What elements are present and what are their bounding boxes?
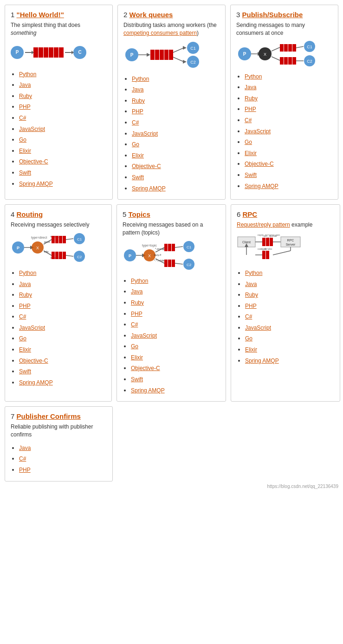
link-csharp[interactable]: C# (19, 115, 26, 121)
svg-rect-6 (160, 50, 164, 60)
link-swift[interactable]: Swift (19, 368, 31, 375)
links-publisher-confirms: Java C# PHP (11, 442, 107, 475)
link-swift[interactable]: Swift (131, 376, 143, 383)
link-hello-world[interactable]: "Hello World!" (17, 11, 64, 19)
link-php[interactable]: PHP (19, 467, 31, 473)
diag6-svg: Client reply_to=amq.gen rpc_queue RPC Se… (237, 233, 334, 262)
svg-text:type=topic: type=topic (142, 244, 157, 247)
link-swift[interactable]: Swift (245, 172, 257, 178)
link-work-queues[interactable]: Work queues (129, 11, 173, 19)
svg-rect-75 (164, 244, 168, 251)
link-go[interactable]: Go (131, 343, 138, 350)
link-python[interactable]: Python (19, 71, 36, 78)
link-java[interactable]: Java (19, 281, 31, 287)
link-csharp[interactable]: C# (245, 117, 252, 124)
link-ruby[interactable]: Ruby (131, 299, 144, 306)
link-ruby[interactable]: Ruby (19, 93, 32, 99)
svg-rect-26 (288, 44, 292, 52)
link-php[interactable]: PHP (131, 311, 142, 317)
link-go[interactable]: Go (19, 137, 26, 143)
link-csharp[interactable]: C# (131, 321, 138, 328)
list-item: Python (131, 275, 220, 286)
link-php[interactable]: PHP (245, 106, 256, 112)
link-csharp[interactable]: C# (245, 313, 252, 320)
svg-rect-24 (280, 44, 284, 52)
list-item: JavaScript (245, 322, 334, 333)
link-csharp[interactable]: C# (19, 455, 26, 462)
link-routing[interactable]: Routing (17, 210, 43, 218)
link-spring[interactable]: Spring AMQP (132, 185, 166, 192)
link-objc[interactable]: Objective-C (19, 358, 48, 364)
link-python[interactable]: Python (131, 278, 148, 284)
link-js[interactable]: JavaScript (131, 332, 157, 339)
list-item: Objective-C (19, 355, 106, 366)
link-java[interactable]: Java (19, 445, 31, 451)
links-topics: Python Java Ruby PHP C# JavaScript Go El… (123, 275, 220, 396)
list-item: Objective-C (19, 156, 107, 167)
link-objc[interactable]: Objective-C (19, 158, 48, 165)
link-spring[interactable]: Spring AMQP (131, 387, 165, 394)
link-ruby[interactable]: Ruby (245, 292, 258, 298)
link-csharp[interactable]: C# (19, 313, 26, 320)
link-elixir[interactable]: Elixir (245, 150, 257, 156)
list-item: Elixir (19, 145, 107, 156)
link-php[interactable]: PHP (132, 108, 143, 115)
link-go[interactable]: Go (245, 335, 252, 342)
link-topics[interactable]: Topics (129, 210, 150, 218)
svg-rect-83 (164, 260, 168, 267)
link-ruby[interactable]: Ruby (132, 98, 145, 104)
list-item: C# (132, 117, 220, 128)
svg-marker-12 (183, 60, 187, 64)
link-spring[interactable]: Spring AMQP (245, 183, 278, 189)
link-spring[interactable]: Spring AMQP (19, 181, 53, 187)
link-csharp[interactable]: C# (132, 119, 139, 126)
top-row: 1 "Hello World!" The simplest thing that… (5, 5, 338, 200)
link-python[interactable]: Python (245, 73, 262, 80)
svg-text:X: X (264, 52, 266, 57)
svg-text:rpc_queue: rpc_queue (264, 234, 277, 237)
link-elixir[interactable]: Elixir (132, 152, 144, 159)
link-ruby[interactable]: Ruby (245, 95, 258, 102)
link-php[interactable]: PHP (19, 104, 31, 110)
link-go[interactable]: Go (245, 139, 252, 145)
link-publisher-confirms[interactable]: Publisher Confirms (17, 412, 81, 420)
link-ruby[interactable]: Ruby (19, 292, 32, 298)
link-js[interactable]: JavaScript (19, 126, 45, 132)
link-php[interactable]: PHP (245, 303, 257, 309)
link-js[interactable]: JavaScript (19, 325, 45, 331)
link-pubsub[interactable]: Publish/Subscribe (242, 11, 303, 19)
link-request-reply[interactable]: Request/reply pattern (237, 221, 290, 228)
link-java[interactable]: Java (131, 288, 142, 295)
link-rpc[interactable]: RPC (243, 210, 258, 218)
link-elixir[interactable]: Elixir (19, 148, 31, 154)
link-js[interactable]: JavaScript (245, 128, 271, 135)
link-competing-consumers[interactable]: competing consumers pattern (123, 30, 197, 36)
link-python[interactable]: Python (245, 270, 262, 276)
link-python[interactable]: Python (132, 76, 149, 82)
card-rpc: 6 RPC Request/reply pattern example Clie… (231, 204, 340, 402)
link-php[interactable]: PHP (19, 303, 31, 309)
link-swift[interactable]: Swift (132, 174, 144, 181)
link-elixir[interactable]: Elixir (19, 346, 31, 353)
link-spring[interactable]: Spring AMQP (19, 379, 53, 386)
svg-rect-33 (284, 57, 288, 65)
link-objc[interactable]: Objective-C (132, 163, 161, 169)
link-elixir[interactable]: Elixir (131, 354, 143, 361)
link-elixir[interactable]: Elixir (245, 346, 257, 353)
link-java[interactable]: Java (245, 281, 257, 287)
link-java[interactable]: Java (19, 82, 31, 88)
link-java[interactable]: Java (132, 86, 143, 93)
link-objc[interactable]: Objective-C (245, 161, 274, 167)
link-java[interactable]: Java (245, 84, 256, 91)
list-item: PHP (245, 300, 334, 312)
svg-text:type=direct: type=direct (31, 236, 47, 240)
link-go[interactable]: Go (132, 141, 139, 148)
link-js[interactable]: JavaScript (245, 325, 271, 331)
link-js[interactable]: JavaScript (132, 130, 158, 137)
link-objc[interactable]: Objective-C (131, 365, 160, 371)
link-spring[interactable]: Spring AMQP (245, 358, 279, 364)
svg-rect-35 (292, 57, 296, 65)
link-go[interactable]: Go (19, 335, 26, 342)
link-python[interactable]: Python (19, 270, 36, 276)
link-swift[interactable]: Swift (19, 169, 31, 176)
